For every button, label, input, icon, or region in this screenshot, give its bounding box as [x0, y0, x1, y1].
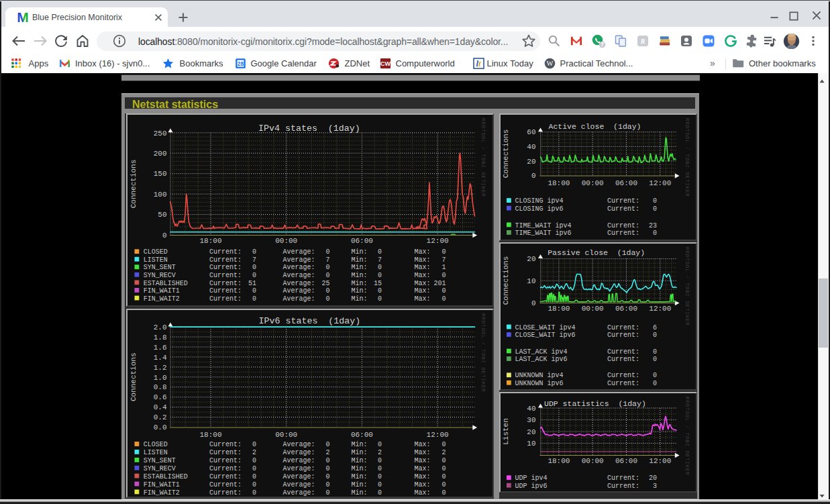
- svg-text:Current:: Current:: [209, 481, 241, 488]
- svg-text:ESTABLISHED: ESTABLISHED: [143, 472, 187, 480]
- svg-text:20: 20: [527, 158, 535, 166]
- svg-text:10: 10: [527, 277, 535, 285]
- svg-text:0: 0: [325, 464, 329, 472]
- svg-text:Min:: Min:: [351, 295, 367, 303]
- svg-text:UNKNOWN ipv6: UNKNOWN ipv6: [515, 380, 564, 387]
- svg-text:Average:: Average:: [282, 272, 315, 279]
- svg-text:0: 0: [442, 472, 446, 480]
- svg-text:Current:: Current:: [209, 472, 241, 480]
- svg-text:0: 0: [653, 372, 657, 379]
- svg-text:CLOSED: CLOSED: [143, 248, 167, 256]
- svg-text:0: 0: [252, 489, 256, 496]
- svg-text:0: 0: [377, 295, 381, 303]
- svg-text:0: 0: [325, 248, 329, 256]
- svg-text:00:00: 00:00: [582, 457, 604, 465]
- svg-text:Current:: Current:: [209, 280, 241, 287]
- svg-text:100: 100: [153, 191, 166, 199]
- svg-text:1.2: 1.2: [153, 363, 166, 371]
- svg-text:Max:: Max:: [414, 464, 430, 472]
- svg-text:Current:: Current:: [209, 295, 241, 303]
- svg-text:0.2: 0.2: [153, 413, 166, 421]
- svg-text:10: 10: [527, 440, 535, 448]
- svg-text:0: 0: [377, 441, 381, 448]
- svg-text:Current:: Current:: [209, 449, 241, 456]
- svg-text:06:00: 06:00: [615, 305, 637, 313]
- svg-text:FIN_WAIT1: FIN_WAIT1: [143, 481, 179, 488]
- svg-text:Average:: Average:: [282, 449, 315, 456]
- svg-text:12:00: 12:00: [426, 430, 448, 438]
- svg-text:RRDTOOL / TOBI OETIKER: RRDTOOL / TOBI OETIKER: [480, 313, 486, 393]
- svg-text:Max:: Max:: [414, 272, 430, 279]
- svg-text:Active close (1day): Active close (1day): [548, 122, 641, 131]
- svg-text:15: 15: [373, 280, 381, 287]
- svg-text:CLOSING ipv4: CLOSING ipv4: [515, 197, 564, 205]
- svg-text:0: 0: [653, 356, 657, 363]
- svg-text:0: 0: [442, 481, 446, 488]
- svg-text:0: 0: [653, 332, 657, 339]
- svg-text:0: 0: [252, 456, 256, 464]
- svg-text:0: 0: [531, 299, 536, 307]
- svg-text:Current:: Current:: [209, 456, 241, 464]
- svg-text:Current:: Current:: [607, 372, 639, 379]
- svg-text:Average:: Average:: [282, 256, 315, 264]
- svg-text:0: 0: [377, 464, 381, 472]
- svg-text:06:00: 06:00: [350, 430, 372, 438]
- svg-text:Current:: Current:: [607, 197, 639, 205]
- svg-text:20: 20: [527, 428, 535, 436]
- svg-text:2: 2: [252, 449, 256, 456]
- svg-text:0.0: 0.0: [153, 423, 166, 432]
- svg-text:0: 0: [252, 481, 256, 488]
- svg-text:Min:: Min:: [351, 441, 367, 448]
- svg-text:00:00: 00:00: [582, 179, 604, 187]
- svg-text:LAST_ACK ipv4: LAST_ACK ipv4: [515, 348, 568, 356]
- svg-text:50: 50: [158, 211, 166, 219]
- svg-text:Min:: Min:: [351, 272, 367, 279]
- svg-text:UNKNOWN ipv4: UNKNOWN ipv4: [515, 372, 564, 379]
- svg-text:0: 0: [252, 295, 256, 303]
- svg-text:0: 0: [325, 456, 329, 464]
- svg-text:200: 200: [153, 150, 166, 158]
- svg-text:Max:: Max:: [414, 295, 430, 303]
- svg-text:20: 20: [527, 255, 535, 263]
- svg-text:Min:: Min:: [351, 280, 367, 287]
- svg-text:0.8: 0.8: [153, 383, 166, 391]
- svg-text:06:00: 06:00: [615, 457, 637, 465]
- svg-text:Current:: Current:: [607, 230, 639, 237]
- svg-text:W: W: [547, 60, 554, 67]
- svg-text:150: 150: [153, 170, 166, 178]
- svg-text:1: 1: [442, 264, 446, 271]
- svg-text:40: 40: [527, 405, 535, 413]
- svg-text:Current:: Current:: [209, 264, 241, 271]
- svg-text:18:00: 18:00: [199, 430, 221, 438]
- svg-text:Min:: Min:: [351, 287, 367, 295]
- svg-text:Current:: Current:: [209, 464, 241, 472]
- svg-text:CLOSED: CLOSED: [143, 441, 167, 448]
- svg-text:12:00: 12:00: [649, 305, 671, 313]
- svg-text:lt: lt: [476, 59, 480, 68]
- svg-text:Current:: Current:: [209, 489, 241, 496]
- svg-text:0: 0: [325, 489, 329, 496]
- svg-text:0: 0: [252, 272, 256, 279]
- svg-text:0: 0: [377, 456, 381, 464]
- svg-text:Passive close (1day): Passive close (1day): [548, 248, 645, 257]
- svg-text:28: 28: [238, 60, 244, 67]
- svg-text:CLOSE_WAIT ipv6: CLOSE_WAIT ipv6: [515, 332, 576, 339]
- svg-text:0: 0: [653, 230, 657, 237]
- svg-text:Min:: Min:: [351, 248, 367, 256]
- svg-text:0.4: 0.4: [153, 403, 166, 411]
- svg-text:Average:: Average:: [282, 464, 315, 472]
- svg-text:0: 0: [377, 272, 381, 279]
- svg-text:Current:: Current:: [607, 474, 639, 482]
- svg-text:12:00: 12:00: [649, 179, 671, 187]
- svg-text:Current:: Current:: [209, 441, 241, 448]
- svg-text:0: 0: [653, 348, 657, 356]
- svg-text:LAST_ACK ipv6: LAST_ACK ipv6: [515, 356, 568, 363]
- svg-text:0: 0: [442, 248, 446, 256]
- svg-text:Average:: Average:: [282, 489, 315, 496]
- svg-text:0.6: 0.6: [153, 393, 166, 401]
- svg-text:Current:: Current:: [209, 256, 241, 264]
- svg-text:2.0: 2.0: [153, 323, 166, 331]
- svg-text:Max:: Max:: [414, 287, 430, 295]
- svg-text:25: 25: [321, 280, 329, 287]
- svg-text:Min:: Min:: [351, 264, 367, 271]
